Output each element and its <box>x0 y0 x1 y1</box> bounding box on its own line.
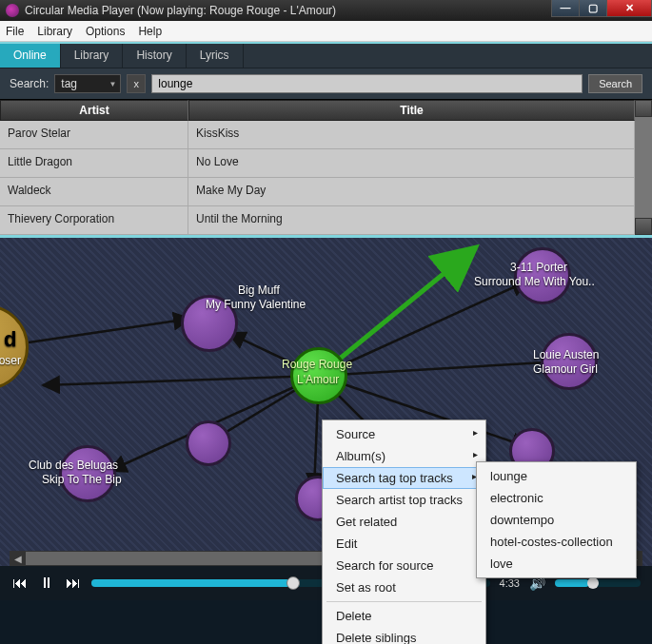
cell-title: KissKiss <box>188 121 635 148</box>
menu-bar: File Library Options Help <box>0 21 652 42</box>
table-row[interactable]: Parov StelarKissKiss <box>0 121 635 149</box>
volume-slider[interactable] <box>555 579 641 587</box>
cell-artist: Little Dragon <box>0 149 188 177</box>
cell-artist: Waldeck <box>0 178 188 205</box>
context-item[interactable]: Search tag top tracks <box>323 467 485 489</box>
cell-title: Make My Day <box>188 178 635 205</box>
cell-artist: Parov Stelar <box>0 121 188 148</box>
menu-library[interactable]: Library <box>37 25 72 38</box>
context-item[interactable]: Delete siblings <box>323 627 485 644</box>
context-item[interactable]: Get related <box>323 511 485 533</box>
column-artist[interactable]: Artist <box>0 100 188 121</box>
context-item[interactable]: Search for source <box>323 555 485 576</box>
graph-node-label: d <box>4 327 16 352</box>
tab-bar: OnlineLibraryHistoryLyrics <box>0 44 652 68</box>
window-minimize-button[interactable]: — <box>551 0 580 17</box>
graph-node-sublabel: Skip To The Bip <box>42 473 122 486</box>
menu-options[interactable]: Options <box>86 25 125 38</box>
graph-node[interactable] <box>541 333 598 390</box>
context-item[interactable]: Source <box>323 423 485 445</box>
cell-artist: Thievery Corporation <box>0 206 188 234</box>
svg-line-9 <box>43 376 319 385</box>
results-table: Artist Title Parov StelarKissKissLittle … <box>0 99 652 235</box>
context-menu[interactable]: SourceAlbum(s)Search tag top tracksSearc… <box>322 420 486 644</box>
graph-node-sublabel: Glamour Girl <box>533 362 598 376</box>
context-item[interactable]: Album(s) <box>323 445 485 467</box>
svg-line-0 <box>319 247 476 376</box>
search-button[interactable]: Search <box>588 74 642 93</box>
table-row[interactable]: Little DragonNo Love <box>0 149 635 178</box>
search-type-select[interactable]: tag <box>54 74 121 93</box>
cell-title: No Love <box>188 149 635 177</box>
menu-help[interactable]: Help <box>138 25 162 38</box>
search-input[interactable] <box>151 74 583 93</box>
svg-line-10 <box>29 319 190 342</box>
graph-node-label: Louie Austen <box>533 348 599 361</box>
table-row[interactable]: WaldeckMake My Day <box>0 178 635 206</box>
graph-node-sublabel: L'Amour <box>297 373 339 386</box>
tab-lyrics[interactable]: Lyrics <box>187 44 244 68</box>
context-subitem[interactable]: electronic <box>477 487 636 509</box>
graph-node-label: Big Muff <box>238 283 280 297</box>
window-maximize-button[interactable]: ▢ <box>579 0 607 17</box>
app-icon <box>6 4 19 17</box>
graph-node-label: Rouge Rouge <box>282 358 352 371</box>
svg-line-3 <box>319 361 562 376</box>
window-close-button[interactable]: ✕ <box>606 0 652 17</box>
search-label: Search: <box>10 77 49 90</box>
menu-file[interactable]: File <box>6 25 24 38</box>
context-subitem[interactable]: love <box>477 553 636 575</box>
clear-search-button[interactable]: x <box>127 74 146 93</box>
pause-button[interactable]: ⏸ <box>38 575 55 592</box>
context-subitem[interactable]: lounge <box>477 465 636 487</box>
search-row: Search: tag x Search <box>0 68 652 99</box>
column-title[interactable]: Title <box>188 100 635 121</box>
cell-title: Until the Morning <box>188 206 635 234</box>
graph-node-label: 3-11 Porter <box>510 261 567 274</box>
window-title: Circular Media Player (Now playing: Roug… <box>25 4 336 17</box>
graph-node-label: Club des Belugas <box>29 459 118 472</box>
context-subitem[interactable]: hotel-costes-collection <box>477 531 636 553</box>
context-submenu[interactable]: loungeelectronicdowntempohotel-costes-co… <box>476 461 637 578</box>
table-scrollbar[interactable] <box>635 100 652 235</box>
tab-history[interactable]: History <box>123 44 186 68</box>
next-button[interactable]: ⏭ <box>65 575 82 592</box>
graph-node-sublabel: My Funny Valentine <box>206 298 306 311</box>
context-subitem[interactable]: downtempo <box>477 509 636 531</box>
context-item[interactable]: Set as root <box>323 576 485 598</box>
table-row[interactable]: Thievery CorporationUntil the Morning <box>0 206 635 235</box>
graph-node[interactable] <box>186 420 231 466</box>
previous-button[interactable]: ⏮ <box>11 575 29 592</box>
time-display: 4:33 <box>500 577 520 589</box>
tab-library[interactable]: Library <box>61 44 124 68</box>
context-item[interactable]: Edit <box>323 533 485 555</box>
window-titlebar: Circular Media Player (Now playing: Roug… <box>0 0 652 21</box>
tab-online[interactable]: Online <box>0 44 61 68</box>
context-item[interactable]: Search artist top tracks <box>323 489 485 511</box>
context-item[interactable]: Delete <box>323 605 485 627</box>
graph-node-sublabel: Surround Me With You.. <box>474 275 595 288</box>
graph-node-sublabel: loser <box>0 354 21 367</box>
